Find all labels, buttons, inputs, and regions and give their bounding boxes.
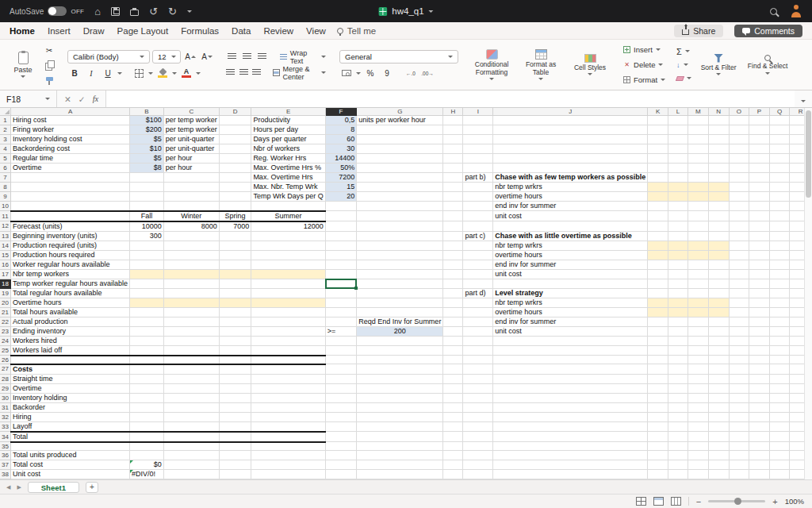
cell-M29[interactable] — [688, 383, 708, 393]
cell-O32[interactable] — [729, 412, 749, 421]
search-icon[interactable] — [770, 8, 777, 15]
column-header-J[interactable]: J — [493, 108, 648, 116]
cell-A12[interactable]: Forecast (units) — [11, 221, 130, 232]
formula-input[interactable] — [106, 90, 795, 107]
cell-C17[interactable] — [163, 269, 219, 279]
cell-A35[interactable] — [11, 442, 130, 451]
cell-G2[interactable] — [357, 125, 443, 135]
cell-I31[interactable] — [463, 402, 493, 412]
cell-N35[interactable] — [708, 442, 729, 451]
cell-F27[interactable] — [325, 364, 357, 375]
cell-F2[interactable]: 8 — [325, 125, 357, 135]
cell-P15[interactable] — [749, 250, 769, 260]
print-button[interactable] — [130, 7, 139, 16]
cell-P35[interactable] — [749, 442, 769, 451]
cell-I33[interactable] — [463, 421, 493, 432]
save-button[interactable] — [111, 7, 120, 16]
cell-F37[interactable] — [325, 460, 357, 470]
cell-P11[interactable] — [749, 211, 769, 221]
cell-D36[interactable] — [219, 451, 251, 460]
number-format-select[interactable]: General — [339, 50, 458, 64]
cell-J22[interactable]: end inv for summer — [493, 317, 648, 326]
cell-D13[interactable] — [219, 231, 251, 241]
borders-button[interactable] — [132, 67, 146, 79]
cell-D10[interactable] — [219, 202, 251, 211]
cell-K27[interactable] — [648, 364, 668, 375]
cell-F38[interactable] — [325, 470, 357, 479]
cell-B7[interactable] — [130, 173, 164, 183]
cell-H28[interactable] — [443, 374, 463, 383]
cell-C14[interactable] — [163, 241, 219, 250]
cell-A13[interactable]: Beginning inventory (units) — [11, 231, 130, 241]
cell-I27[interactable] — [463, 364, 493, 375]
cell-H13[interactable] — [443, 231, 463, 241]
cell-L27[interactable] — [668, 364, 688, 375]
cell-K21[interactable] — [648, 307, 668, 317]
cell-O23[interactable] — [729, 326, 749, 336]
formula-bar-expand-icon[interactable] — [801, 100, 806, 102]
cell-E12[interactable]: 12000 — [251, 221, 325, 232]
cell-Q14[interactable] — [769, 241, 790, 250]
row-header-6[interactable]: 6 — [0, 164, 11, 173]
cell-L29[interactable] — [668, 383, 688, 393]
cell-M37[interactable] — [688, 460, 708, 470]
cell-E24[interactable] — [251, 336, 325, 345]
row-header-29[interactable]: 29 — [0, 383, 11, 393]
align-right-button[interactable] — [251, 67, 262, 79]
tab-home[interactable]: Home — [10, 26, 35, 36]
cell-F32[interactable] — [325, 412, 357, 421]
cell-G34[interactable] — [357, 432, 443, 442]
cell-F29[interactable] — [325, 383, 357, 393]
cell-H1[interactable] — [443, 116, 463, 125]
cell-A38[interactable]: Unit cost — [11, 470, 130, 479]
cell-Q38[interactable] — [769, 470, 790, 479]
cell-N3[interactable] — [708, 135, 729, 144]
cell-O10[interactable] — [729, 202, 749, 211]
cell-D3[interactable] — [219, 135, 251, 144]
column-header-M[interactable]: M — [688, 108, 708, 116]
cell-E3[interactable]: Days per quarter — [251, 135, 325, 144]
cell-F36[interactable] — [325, 451, 357, 460]
cell-D8[interactable] — [219, 183, 251, 192]
cell-P29[interactable] — [749, 383, 769, 393]
quick-access-caret-icon[interactable] — [187, 10, 192, 13]
cell-I11[interactable] — [463, 211, 493, 221]
cell-H3[interactable] — [443, 135, 463, 144]
borders-caret-icon[interactable] — [148, 72, 153, 75]
cell-G5[interactable] — [357, 154, 443, 164]
cell-P18[interactable] — [749, 279, 769, 288]
cell-K23[interactable] — [648, 326, 668, 336]
cell-E20[interactable] — [251, 298, 325, 307]
cell-L14[interactable] — [668, 241, 688, 250]
cell-K32[interactable] — [648, 412, 668, 421]
row-header-20[interactable]: 20 — [0, 298, 11, 307]
cell-G4[interactable] — [357, 144, 443, 154]
cell-G37[interactable] — [357, 460, 443, 470]
cell-N10[interactable] — [708, 202, 729, 211]
cell-C8[interactable] — [163, 183, 219, 192]
cell-I13[interactable]: part c) — [463, 231, 493, 241]
cell-E18[interactable] — [251, 279, 325, 288]
cell-B18[interactable] — [130, 279, 164, 288]
cell-N16[interactable] — [708, 260, 729, 269]
cancel-icon[interactable]: ✕ — [64, 94, 71, 104]
cell-P30[interactable] — [749, 393, 769, 402]
cell-J18[interactable] — [493, 279, 648, 288]
cell-J26[interactable] — [493, 356, 648, 364]
cell-G36[interactable] — [357, 451, 443, 460]
cell-K34[interactable] — [648, 432, 668, 442]
cell-M34[interactable] — [688, 432, 708, 442]
column-header-P[interactable]: P — [749, 108, 769, 116]
cell-G38[interactable] — [357, 470, 443, 479]
cell-D16[interactable] — [219, 260, 251, 269]
add-sheet-button[interactable]: + — [86, 482, 98, 493]
cell-B28[interactable] — [130, 374, 164, 383]
cell-A33[interactable]: Layoff — [11, 421, 130, 432]
cell-N20[interactable] — [708, 298, 729, 307]
cell-P26[interactable] — [749, 356, 769, 364]
cell-C25[interactable] — [163, 345, 219, 356]
cell-C11[interactable]: Winter — [163, 211, 219, 221]
cell-D32[interactable] — [219, 412, 251, 421]
cell-O31[interactable] — [729, 402, 749, 412]
cell-B24[interactable] — [130, 336, 164, 345]
